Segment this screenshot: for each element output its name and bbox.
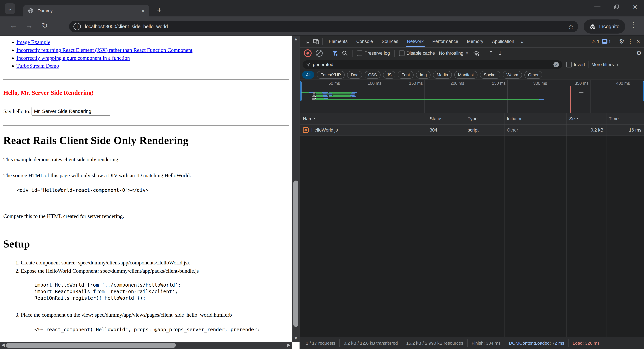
tab-console[interactable]: Console [352,36,377,47]
url-text[interactable]: localhost:3000/client_side_hello_world [85,24,568,29]
column-divider[interactable] [504,113,504,337]
more-filters-button[interactable]: More filters ▼ [592,62,619,67]
column-divider[interactable] [427,113,427,337]
site-info-icon[interactable]: i [74,23,81,30]
forward-icon[interactable]: → [26,21,33,30]
warning-icon[interactable]: ⚠ [592,39,596,45]
page-link[interactable]: Incorrectly wrapping a pure component in… [16,55,130,61]
page-link[interactable]: Incorrectly returning React Element (JSX… [16,47,192,53]
timeline-right-handle[interactable] [643,81,644,101]
chip-other[interactable]: Other [524,71,542,79]
filter-text[interactable]: generated [313,62,554,67]
page-link[interactable]: Image Example [16,39,50,45]
reload-icon[interactable]: ↻ [42,21,48,30]
network-settings-icon[interactable]: ⚙ [636,50,642,57]
vertical-scroll-thumb[interactable] [293,181,298,327]
tab-application[interactable]: Application [488,36,518,47]
name-input[interactable] [32,107,110,116]
tab-network[interactable]: Network [403,36,428,47]
divider [484,50,484,57]
new-tab-button[interactable]: + [154,5,165,16]
invert-label: Invert [574,62,585,67]
chip-socket[interactable]: Socket [480,71,500,79]
waterfall-bar [313,94,315,95]
chip-doc[interactable]: Doc [347,71,362,79]
timeline-tick-label: 150 ms [409,81,424,86]
invert-checkbox[interactable]: Invert [566,62,585,68]
setup-item: Expose the HelloWorld Component: spec/du… [21,267,289,275]
scroll-down-icon[interactable]: ▼ [292,336,300,341]
devtools-close-icon[interactable]: × [636,38,640,45]
devtools-settings-icon[interactable]: ⚙ [619,38,624,45]
tab-performance[interactable]: Performance [428,36,463,47]
filter-input[interactable]: generated × [302,60,562,69]
horizontal-scroll-thumb[interactable] [6,343,176,348]
more-tabs-icon[interactable]: » [518,36,526,47]
preserve-log-checkbox[interactable]: Preserve log [357,51,390,56]
chip-media[interactable]: Media [433,71,452,79]
tab-memory[interactable]: Memory [462,36,488,47]
throttling-select[interactable]: No throttling ▼ [439,51,468,56]
browser-tab-active[interactable]: Dummy × [23,5,149,17]
timeline-tick-label: 400 ms [616,81,632,86]
scroll-right-icon[interactable]: ▶ [287,342,290,347]
chip-manifest[interactable]: Manifest [454,71,478,79]
column-header-type[interactable]: Type [465,113,504,125]
request-name-cell[interactable]: <> HelloWorld.js [300,125,427,136]
export-har-icon[interactable]: ↧ [498,50,502,57]
tab-elements[interactable]: Elements [324,36,352,47]
chip-js[interactable]: JS [383,71,395,79]
timeline-left-handle[interactable] [300,81,302,101]
clear-filter-icon[interactable]: × [554,62,559,67]
request-initiator-cell[interactable]: Other [504,125,566,136]
issues-icon[interactable] [602,39,608,44]
web-page: Image ExampleIncorrectly returning React… [0,36,300,349]
column-divider[interactable] [566,113,567,337]
inspect-element-icon[interactable] [302,37,311,46]
devtools-menu-icon[interactable]: ⋮ [628,38,633,45]
scroll-up-icon[interactable]: ▲ [292,37,300,42]
browser-menu-icon[interactable]: ⋮ [630,21,636,29]
minimize-icon[interactable] [594,7,600,8]
browser-toolbar: ← → ↻ i localhost:3000/client_side_hello… [0,17,644,36]
vertical-scrollbar[interactable]: ▲ ▼ [292,36,300,341]
disable-cache-checkbox[interactable]: Disable cache [399,51,435,56]
page-link[interactable]: TurboStream Demo [16,63,59,69]
column-header-time[interactable]: Time [606,113,644,125]
column-header-name[interactable]: Name [300,113,427,125]
chip-img[interactable]: Img [416,71,430,79]
column-header-initiator[interactable]: Initiator [504,113,566,125]
import-har-icon[interactable]: ↥ [488,50,494,57]
horizontal-scrollbar[interactable]: ◀ ▶ [0,341,292,349]
chip-css[interactable]: CSS [364,71,380,79]
address-bar[interactable]: i localhost:3000/client_side_hello_world… [69,21,578,32]
window-close-icon[interactable]: × [633,3,637,11]
timeline-gridline [383,80,384,113]
clear-network-log-icon[interactable] [316,50,323,57]
setup-item: Create component source: spec/dummy/clie… [21,259,289,267]
request-name: HelloWorld.js [311,128,338,133]
tab-search-button[interactable]: ⌄ [5,3,15,14]
restore-icon[interactable] [614,4,620,10]
column-header-size[interactable]: Size [566,113,606,125]
table-row[interactable]: <> HelloWorld.js 304 script Other 0.2 kB… [300,125,644,136]
tab-close-icon[interactable]: × [142,8,144,14]
filter-toggle-icon[interactable] [332,50,338,56]
column-divider[interactable] [606,113,606,337]
waterfall-bar [332,95,350,96]
network-conditions-icon[interactable] [473,50,480,57]
search-icon[interactable] [342,50,348,56]
network-overview-timeline[interactable]: 50 ms100 ms150 ms200 ms250 ms300 ms350 m… [300,80,644,113]
column-divider[interactable] [465,113,466,337]
back-icon[interactable]: ← [10,21,17,30]
record-network-log-icon[interactable] [304,49,312,57]
chip-fetchxhr[interactable]: Fetch/XHR [317,71,345,79]
bookmark-star-icon[interactable]: ☆ [568,23,574,30]
device-toolbar-icon[interactable] [311,37,321,46]
chip-font[interactable]: Font [398,71,414,79]
column-header-status[interactable]: Status [427,113,465,125]
chip-wasm[interactable]: Wasm [503,71,522,79]
scroll-left-icon[interactable]: ◀ [1,342,5,347]
tab-sources[interactable]: Sources [377,36,403,47]
chip-all[interactable]: All [302,71,314,79]
